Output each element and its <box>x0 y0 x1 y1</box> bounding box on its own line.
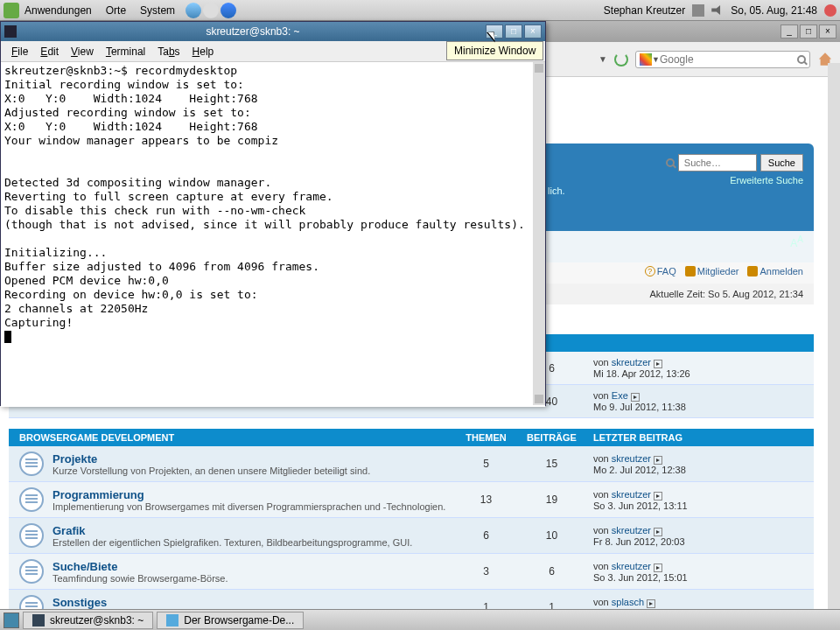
last-post: von skreutzer ▸So 3. Jun 2012, 13:11 <box>584 489 803 511</box>
terminal-icon <box>32 614 45 626</box>
user-link[interactable]: splasch <box>612 597 644 607</box>
user-link[interactable]: skreutzer <box>612 453 651 464</box>
taskbar-item-terminal[interactable]: skreutzer@sknb3: ~ <box>23 612 153 629</box>
menu-edit[interactable]: Edit <box>35 44 64 60</box>
font-size-control[interactable]: AA <box>790 234 803 249</box>
clock[interactable]: So, 05. Aug, 21:48 <box>731 4 817 17</box>
goto-icon[interactable]: ▸ <box>631 393 640 402</box>
user-link[interactable]: Exe <box>612 390 628 401</box>
goto-icon[interactable]: ▸ <box>654 528 662 536</box>
show-desktop-button[interactable] <box>4 612 19 628</box>
browser-minimize-button[interactable]: _ <box>780 24 798 38</box>
last-post: von skreutzer ▸Fr 8. Jun 2012, 20:03 <box>584 525 803 547</box>
menu-view[interactable]: View <box>66 44 99 60</box>
post-count: 15 <box>519 458 584 470</box>
mail-launcher-icon[interactable] <box>203 3 219 18</box>
post-count: 10 <box>519 529 584 542</box>
last-post: von skreutzer ▸ Mi 18. Apr 2012, 13:26 <box>584 357 803 379</box>
search-icon[interactable] <box>797 55 806 64</box>
advanced-search-link[interactable]: Erweiterte Suche <box>730 175 803 186</box>
terminal-close-button[interactable]: × <box>524 24 542 38</box>
question-icon: ? <box>645 266 655 276</box>
user-link[interactable]: skreutzer <box>612 489 651 500</box>
forum-topic-icon <box>19 487 44 512</box>
user-link[interactable]: skreutzer <box>612 357 651 368</box>
members-link[interactable]: Mitglieder <box>685 266 739 276</box>
forum-title-link[interactable]: Projekte <box>52 452 453 466</box>
scroll-down-icon[interactable] <box>535 395 543 403</box>
user-label[interactable]: Stephan Kreutzer <box>604 4 685 17</box>
forum-title-link[interactable]: Suche/Biete <box>52 560 453 573</box>
forum-search: Suche <box>666 154 803 172</box>
browser-search-box[interactable]: ▼ <box>635 51 810 68</box>
browser-close-button[interactable]: × <box>819 24 836 38</box>
terminal-app-icon <box>4 25 17 38</box>
forum-desc-fragment: lich. <box>548 186 565 196</box>
forum-search-button[interactable]: Suche <box>760 154 803 172</box>
faq-link[interactable]: ?FAQ <box>645 266 676 276</box>
terminal-maximize-button[interactable]: □ <box>505 24 522 38</box>
browser-icon <box>166 614 178 626</box>
menu-places[interactable]: Orte <box>101 3 131 18</box>
goto-icon[interactable]: ▸ <box>654 360 662 368</box>
scroll-up-icon[interactable] <box>535 64 543 73</box>
people-icon <box>685 266 696 276</box>
user-link[interactable]: skreutzer <box>612 561 651 571</box>
forum-row[interactable]: ProjekteKurze Vorstellung von Projekten,… <box>9 446 814 482</box>
forum-title-link[interactable]: Grafik <box>52 524 453 537</box>
launcher-icons <box>186 3 236 18</box>
forum-title-link[interactable]: Programmierung <box>52 488 453 501</box>
forum-title-link[interactable]: Sonstiges <box>52 596 453 609</box>
menu-file[interactable]: File <box>6 44 33 60</box>
terminal-window: skreutzer@sknb3: ~ _ □ × File Edit View … <box>0 21 546 406</box>
menu-tabs[interactable]: Tabs <box>152 44 185 60</box>
menu-help[interactable]: Help <box>187 44 220 60</box>
forum-row[interactable]: GrafikErstellen der eigentlichen Spielgr… <box>9 518 814 554</box>
gnome-foot-icon <box>4 3 19 18</box>
login-link[interactable]: Anmelden <box>747 266 803 276</box>
menu-system[interactable]: System <box>135 3 180 18</box>
top-panel: Anwendungen Orte System Stephan Kreutzer… <box>0 0 840 21</box>
browser-launcher-icon[interactable] <box>186 3 201 18</box>
goto-icon[interactable]: ▸ <box>654 492 662 500</box>
forum-row[interactable]: ProgrammierungImplementierung von Browse… <box>9 482 814 518</box>
forum-desc: ProgrammierungImplementierung von Browse… <box>52 488 453 512</box>
terminal-cursor <box>4 331 11 343</box>
goto-icon[interactable]: ▸ <box>647 599 655 608</box>
menu-applications[interactable]: Anwendungen <box>19 3 97 18</box>
user-link[interactable]: skreutzer <box>612 525 651 536</box>
forum-desc: ProjekteKurze Vorstellung von Projekten,… <box>52 452 453 476</box>
taskbar-item-browser[interactable]: Der Browsergame-De... <box>157 612 304 629</box>
terminal-minimize-button[interactable]: _ <box>486 24 503 38</box>
network-icon[interactable] <box>692 4 704 17</box>
browser-restore-button[interactable]: □ <box>800 24 817 38</box>
terminal-scrollbar[interactable] <box>533 62 545 405</box>
goto-icon[interactable]: ▸ <box>654 564 662 572</box>
forum-row[interactable]: Suche/BieteTeamfindung sowie Browsergame… <box>9 554 814 590</box>
top-menus: Anwendungen Orte System <box>19 3 180 18</box>
topic-count: 5 <box>453 458 519 470</box>
forum-topic-icon <box>19 559 44 584</box>
post-count: 6 <box>519 565 584 578</box>
menu-terminal[interactable]: Terminal <box>101 44 150 60</box>
forum-subtitle: Teamfindung sowie Browsergame-Börse. <box>52 573 453 584</box>
terminal-title: skreutzer@sknb3: ~ <box>20 25 486 38</box>
terminal-titlebar[interactable]: skreutzer@sknb3: ~ _ □ × <box>1 22 545 41</box>
last-post: von skreutzer ▸Mo 2. Jul 2012, 12:38 <box>584 453 803 475</box>
browser-search-input[interactable] <box>660 53 797 66</box>
post-count: 19 <box>519 494 584 506</box>
terminal-output[interactable]: skreutzer@sknb3:~$ recordmydesktop Initi… <box>1 62 545 407</box>
forum-search-input[interactable] <box>678 154 757 172</box>
forum-subtitle: Kurze Vorstellung von Projekten, an dene… <box>52 466 453 476</box>
volume-icon[interactable] <box>711 4 724 17</box>
refresh-icon[interactable] <box>614 52 628 66</box>
browser-scrollbar[interactable] <box>828 63 840 609</box>
google-icon <box>640 53 652 66</box>
top-panel-right: Stephan Kreutzer So, 05. Aug, 21:48 <box>604 4 836 17</box>
forum-topic-icon <box>19 523 44 548</box>
forum-topic-icon <box>19 452 44 476</box>
shutdown-icon[interactable] <box>824 4 836 17</box>
help-launcher-icon[interactable] <box>220 3 236 18</box>
topic-count: 6 <box>453 529 519 542</box>
goto-icon[interactable]: ▸ <box>654 456 662 465</box>
